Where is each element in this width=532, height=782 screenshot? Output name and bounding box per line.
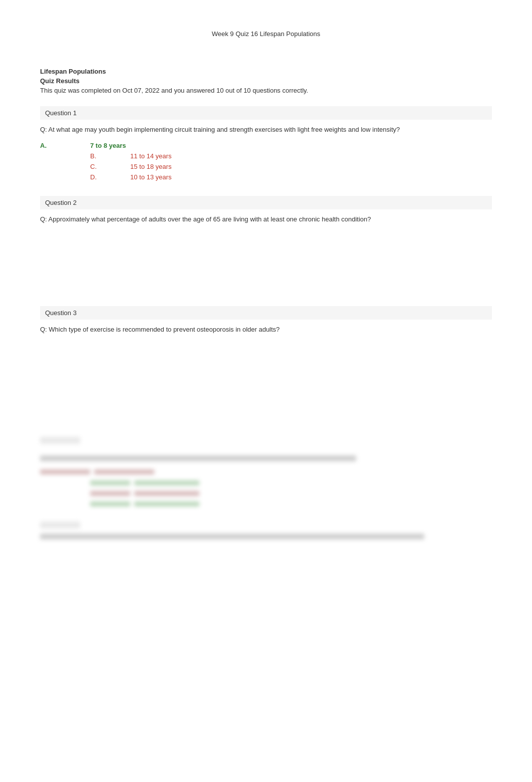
blurred-question-5-block (40, 522, 492, 540)
blurred-answer-a (40, 469, 492, 474)
blurred-sub-c (90, 491, 492, 496)
sub-answer-row-d: D. 10 to 13 years (90, 173, 492, 181)
question-2-spacer (40, 231, 492, 291)
answer-text-a: 7 to 8 years (90, 142, 160, 149)
sub-text-b: 11 to 14 years (130, 152, 171, 160)
question-2-text: Q: Approximately what percentage of adul… (40, 214, 492, 224)
question-1-block: Question 1 Q: At what age may youth begi… (40, 106, 492, 181)
question-2-block: Question 2 Q: Approximately what percent… (40, 196, 492, 292)
page-title: Week 9 Quiz 16 Lifespan Populations (40, 30, 492, 38)
question-3-spacer (40, 342, 492, 422)
question-3-label: Question 3 (40, 306, 492, 320)
blurred-question-4-block (40, 437, 492, 506)
question-3-block: Question 3 Q: Which type of exercise is … (40, 306, 492, 422)
question-3-text: Q: Which type of exercise is recommended… (40, 325, 492, 335)
subject-header: Lifespan Populations Quiz Results This q… (40, 68, 492, 94)
blurred-sub-b (90, 480, 492, 485)
question-1-label: Question 1 (40, 106, 492, 120)
page-container: Week 9 Quiz 16 Lifespan Populations Life… (0, 0, 532, 585)
subject-label: Lifespan Populations (40, 68, 492, 75)
sub-letter-c: C. (90, 163, 130, 170)
sub-letter-d: D. (90, 173, 130, 181)
sub-text-c: 15 to 18 years (130, 163, 171, 170)
sub-answer-row-c: C. 15 to 18 years (90, 163, 492, 170)
question-2-label: Question 2 (40, 196, 492, 209)
blurred-content (40, 437, 492, 540)
blurred-sub-d (90, 501, 492, 506)
question-1-text: Q: At what age may youth begin implement… (40, 125, 492, 135)
blurred-question-4-label (40, 437, 80, 444)
answer-letter-a: A. (40, 142, 90, 149)
sub-answers: B. 11 to 14 years C. 15 to 18 years D. 1… (90, 152, 492, 181)
sub-letter-b: B. (90, 152, 130, 160)
answer-row-a: A. 7 to 8 years (40, 142, 492, 149)
sub-answer-row-b: B. 11 to 14 years (90, 152, 492, 160)
completion-text: This quiz was completed on Oct 07, 2022 … (40, 87, 492, 94)
sub-text-d: 10 to 13 years (130, 173, 171, 181)
quiz-results-label: Quiz Results (40, 77, 492, 85)
